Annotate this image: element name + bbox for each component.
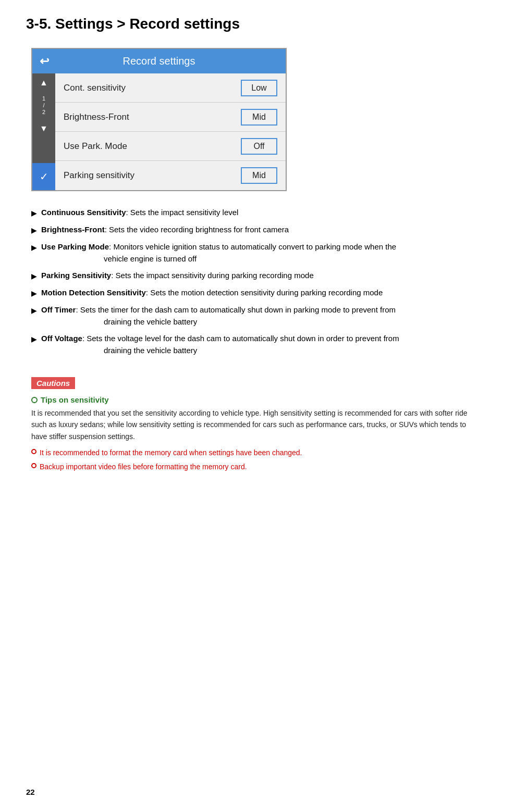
device-screen: ↩ Record settings ▲ 1 / 2 ▼ ✓ Cont. sens… <box>31 48 287 191</box>
row-label-0: Cont. sensitivity <box>64 83 241 93</box>
bullet-arrow-icon: ▶ <box>31 305 37 316</box>
bullet-text: Use Parking Mode: Monitors vehicle ignit… <box>41 241 396 265</box>
up-arrow-icon[interactable]: ▲ <box>40 73 48 92</box>
bullets-container: ▶ Continuous Sensitivity: Sets the impac… <box>31 207 484 356</box>
row-label-3: Parking sensitivity <box>64 170 241 181</box>
screen-sidebar: ▲ 1 / 2 ▼ ✓ <box>32 73 55 190</box>
row-label-2: Use Park. Mode <box>64 141 241 152</box>
bullet-item: ▶ Continuous Sensitivity: Sets the impac… <box>31 207 484 219</box>
caution-text: It is recommended to format the memory c… <box>40 447 302 458</box>
tips-body: It is recommended that you set the sensi… <box>31 407 484 442</box>
bullet-arrow-icon: ▶ <box>31 242 37 253</box>
caution-text: Backup important video files before form… <box>40 461 247 472</box>
bullet-text: Off Timer: Sets the timer for the dash c… <box>41 304 396 328</box>
bullet-item: ▶ Motion Detection Sensitivity: Sets the… <box>31 287 484 299</box>
screen-body: ▲ 1 / 2 ▼ ✓ Cont. sensitivity LowBrightn… <box>32 73 286 190</box>
bullet-arrow-icon: ▶ <box>31 334 37 345</box>
page-indicator: 1 / 2 <box>42 92 45 119</box>
row-value-2: Off <box>241 138 277 155</box>
bullet-arrow-icon: ▶ <box>31 288 37 299</box>
bullet-item: ▶ Off Timer: Sets the timer for the dash… <box>31 304 484 328</box>
screen-title: Record settings <box>123 55 195 67</box>
page-number: 22 <box>26 788 35 796</box>
bullet-item: ▶ Off Voltage: Sets the voltage level fo… <box>31 333 484 356</box>
caution-circle-icon <box>31 463 36 468</box>
bullet-item: ▶ Parking Sensitivity: Sets the impact s… <box>31 270 484 282</box>
bullet-text: Off Voltage: Sets the voltage level for … <box>41 333 399 356</box>
row-value-0: Low <box>241 80 277 96</box>
caution-item: Backup important video files before form… <box>31 461 484 472</box>
caution-item: It is recommended to format the memory c… <box>31 447 484 458</box>
confirm-button[interactable]: ✓ <box>32 163 55 190</box>
page-title: 3-5. Settings > Record settings <box>26 16 489 32</box>
down-arrow-icon[interactable]: ▼ <box>40 119 48 138</box>
settings-rows: Cont. sensitivity LowBrightness-Front Mi… <box>55 73 286 190</box>
tips-circle-icon <box>31 397 38 403</box>
screen-row[interactable]: Cont. sensitivity Low <box>55 73 286 103</box>
bullet-item: ▶ Brightness-Front: Sets the video recor… <box>31 224 484 236</box>
bullet-arrow-icon: ▶ <box>31 271 37 282</box>
bullet-text: Brightness-Front: Sets the video recordi… <box>41 224 289 236</box>
content-area: ▶ Continuous Sensitivity: Sets the impac… <box>26 207 489 472</box>
screen-header: ↩ Record settings <box>32 49 286 73</box>
caution-items-container: It is recommended to format the memory c… <box>31 447 484 472</box>
cautions-badge: Cautions <box>31 377 75 389</box>
bullet-text: Motion Detection Sensitivity: Sets the m… <box>41 287 383 299</box>
row-value-1: Mid <box>241 109 277 126</box>
row-value-3: Mid <box>241 167 277 184</box>
bullet-item: ▶ Use Parking Mode: Monitors vehicle ign… <box>31 241 484 265</box>
bullet-text: Parking Sensitivity: Sets the impact sen… <box>41 270 314 282</box>
check-icon: ✓ <box>40 170 48 183</box>
row-label-1: Brightness-Front <box>64 112 241 122</box>
screen-row[interactable]: Brightness-Front Mid <box>55 103 286 132</box>
bullet-arrow-icon: ▶ <box>31 208 37 219</box>
bullet-arrow-icon: ▶ <box>31 225 37 236</box>
screen-row[interactable]: Parking sensitivity Mid <box>55 161 286 190</box>
back-button[interactable]: ↩ <box>40 55 49 68</box>
bullet-text: Continuous Sensitivity: Sets the impact … <box>41 207 238 219</box>
cautions-section: Cautions Tips on sensitivity It is recom… <box>31 377 484 472</box>
screen-row[interactable]: Use Park. Mode Off <box>55 132 286 161</box>
tips-title: Tips on sensitivity <box>31 395 484 404</box>
caution-circle-icon <box>31 449 36 454</box>
